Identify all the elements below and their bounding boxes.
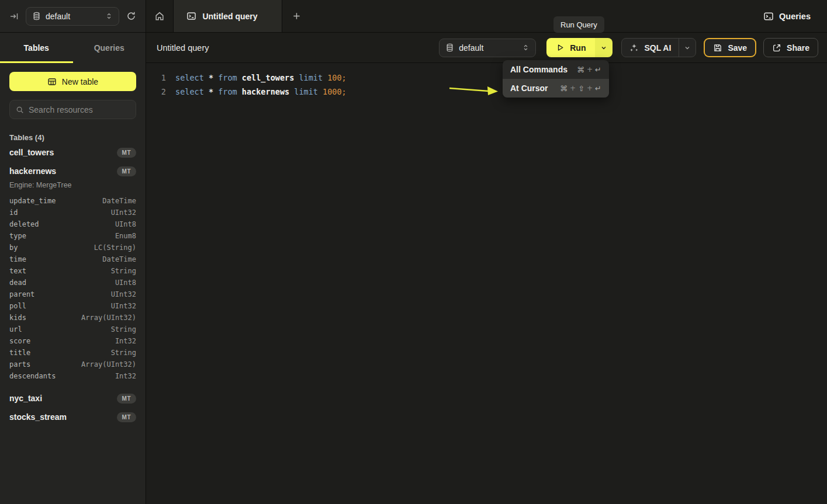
search-input[interactable] — [29, 105, 130, 114]
run-button-label: Run — [570, 43, 586, 53]
sidebar-tab-tables[interactable]: Tables — [0, 33, 73, 63]
column-name: descendants — [9, 372, 56, 380]
column-type: Int32 — [115, 337, 136, 345]
database-icon — [445, 43, 454, 52]
menu-item-label: All Commands — [510, 65, 568, 74]
table-name: stocks_stream — [9, 412, 67, 422]
sparkles-icon — [629, 43, 639, 53]
query-toolbar: Untitled query default — [146, 33, 827, 63]
table-row[interactable]: hackernewsMT — [9, 162, 136, 180]
token-kw: from — [218, 73, 237, 82]
line-number: 1 — [153, 71, 166, 85]
token-num: 1000 — [323, 87, 342, 96]
column-name: type — [9, 232, 26, 240]
annotation-arrow — [445, 82, 504, 98]
column-name: parts — [9, 360, 30, 369]
queries-terminal-icon — [763, 11, 774, 22]
table-name: hackernews — [9, 166, 56, 176]
column-name: deleted — [9, 220, 39, 228]
shortcut-key-icon: ↵ — [595, 65, 601, 74]
active-tab-underline — [0, 61, 73, 63]
query-terminal-icon — [186, 11, 196, 21]
database-selector-value: default — [46, 12, 70, 21]
token-pl — [318, 87, 323, 96]
token-tbl: hackernews — [242, 87, 289, 96]
column-row: pollUInt32 — [9, 300, 136, 312]
table-name: cell_towers — [9, 148, 54, 157]
new-tab-button[interactable] — [282, 0, 310, 32]
column-row: update_timeDateTime — [9, 195, 136, 207]
tab-label: Untitled query — [202, 12, 257, 21]
top-bar: default Untitled query — [0, 0, 827, 33]
column-name: title — [9, 349, 30, 357]
sql-ai-caret-button[interactable] — [679, 39, 695, 57]
tables-section-title: Tables (4) — [9, 133, 136, 142]
table-row[interactable]: stocks_streamMT — [9, 408, 136, 426]
code-text: select * from hackernews limit 1000; — [175, 85, 347, 99]
queries-button[interactable]: Queries — [763, 0, 811, 32]
column-name: by — [9, 244, 18, 252]
token-num: ; — [342, 87, 347, 96]
play-icon — [556, 43, 565, 52]
column-type: DateTime — [102, 197, 136, 205]
column-name: text — [9, 267, 26, 275]
column-row: byLC(String) — [9, 242, 136, 253]
column-name: dead — [9, 279, 26, 287]
content-area: Untitled query default — [146, 33, 827, 504]
token-kw: from — [218, 87, 237, 96]
column-type: UInt32 — [111, 302, 136, 310]
table-grid-icon — [47, 77, 57, 86]
collapse-sidebar-button[interactable] — [7, 9, 21, 23]
column-type: UInt32 — [111, 208, 136, 217]
menu-item[interactable]: At Cursor⌘+⇧+↵ — [503, 79, 609, 98]
search-box[interactable] — [9, 100, 136, 119]
token-pl — [204, 73, 209, 82]
save-button-label: Save — [728, 43, 747, 53]
run-query-tooltip: Run Query — [553, 16, 604, 33]
table-row[interactable]: nyc_taxiMT — [9, 389, 136, 408]
chevron-down-icon — [684, 44, 691, 51]
chevron-down-icon — [600, 44, 607, 51]
shortcut-separator: + — [587, 65, 593, 74]
run-options-menu: All Commands⌘+↵At Cursor⌘+⇧+↵ — [503, 60, 609, 98]
home-tab-button[interactable] — [146, 0, 174, 32]
shortcut-key-icon: ↵ — [595, 84, 601, 93]
token-kw: select — [175, 73, 204, 82]
refresh-icon — [126, 11, 136, 21]
refresh-button[interactable] — [124, 9, 139, 23]
engine-badge: MT — [117, 148, 136, 158]
run-button[interactable]: Run — [546, 38, 595, 57]
token-kw: select — [175, 87, 204, 96]
column-type: Enum8 — [115, 232, 136, 240]
run-options-caret-button[interactable] — [595, 38, 613, 57]
toolbar-database-value: default — [459, 43, 483, 53]
column-name: poll — [9, 302, 26, 310]
sidebar-tab-queries[interactable]: Queries — [73, 33, 146, 63]
toolbar-database-selector[interactable]: default — [439, 39, 536, 57]
table-name: nyc_taxi — [9, 394, 42, 403]
engine-badge: MT — [117, 412, 136, 422]
app-root: default Untitled query — [0, 0, 827, 504]
sidebar-body: New table Tables (4) cell_towersMThacker… — [0, 63, 146, 504]
sql-editor[interactable]: 1select * from cell_towers limit 100;2se… — [146, 63, 827, 504]
column-row: parentUInt32 — [9, 289, 136, 300]
share-button[interactable]: Share — [763, 38, 818, 57]
tab-untitled-query[interactable]: Untitled query — [174, 0, 282, 32]
sql-ai-button[interactable]: SQL AI — [622, 39, 679, 57]
column-row: kidsArray(UInt32) — [9, 312, 136, 324]
table-list: cell_towersMThackernewsMTEngine: MergeTr… — [9, 143, 136, 426]
database-selector[interactable]: default — [26, 7, 119, 26]
save-button[interactable]: Save — [704, 38, 756, 57]
menu-item[interactable]: All Commands⌘+↵ — [503, 60, 609, 79]
column-row: textString — [9, 265, 136, 277]
column-type: String — [111, 349, 136, 357]
column-name: score — [9, 337, 30, 345]
column-row: idUInt32 — [9, 207, 136, 218]
run-button-group: Run — [546, 38, 613, 57]
token-pl — [204, 87, 209, 96]
new-table-button[interactable]: New table — [9, 72, 136, 91]
token-star: * — [209, 73, 213, 82]
token-num: ; — [342, 73, 347, 82]
table-row[interactable]: cell_towersMT — [9, 143, 136, 162]
share-icon — [772, 43, 781, 53]
